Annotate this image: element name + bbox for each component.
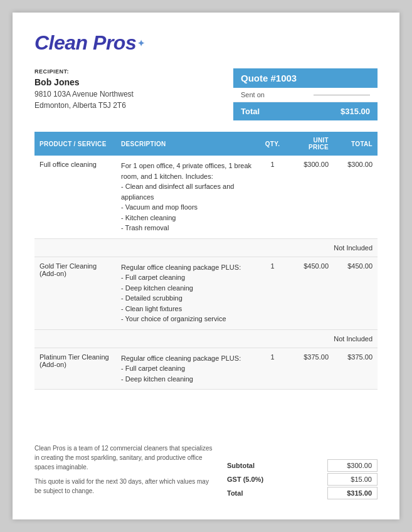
col-header-total: TOTAL bbox=[334, 132, 378, 156]
footer-note2: This quote is valid for the next 30 days… bbox=[34, 477, 216, 496]
product-unit-price: $450.00 bbox=[287, 257, 334, 329]
recipient-address-line2: Edmonton, Alberta T5J 2T6 bbox=[34, 100, 134, 111]
footer-section: Clean Pros is a team of 12 commercial cl… bbox=[34, 444, 378, 501]
recipient-block: RECIPIENT: Bob Jones 9810 103A Avenue No… bbox=[34, 68, 134, 111]
footer-note1: Clean Pros is a team of 12 commercial cl… bbox=[34, 444, 216, 472]
total-row: Total $315.00 bbox=[227, 487, 378, 499]
not-included-label-row: Not Included bbox=[34, 238, 378, 257]
invoice-page: Clean Pros✦ RECIPIENT: Bob Jones 9810 10… bbox=[13, 13, 399, 519]
header-section: RECIPIENT: Bob Jones 9810 103A Avenue No… bbox=[34, 68, 378, 120]
col-header-qty: QTY. bbox=[258, 132, 287, 156]
subtotal-label: Subtotal bbox=[227, 462, 261, 469]
subtotal-value: $300.00 bbox=[327, 459, 378, 472]
quote-total-label: Total bbox=[241, 107, 260, 116]
subtotal-row: Subtotal $300.00 bbox=[227, 459, 378, 472]
product-qty: 1 bbox=[258, 156, 287, 238]
product-description: For 1 open office, 4 private offices, 1 … bbox=[116, 156, 258, 238]
quote-sent-row: Sent on bbox=[233, 88, 378, 102]
product-name: Gold Tier Cleaning (Add-on) bbox=[34, 257, 116, 329]
logo-text: Clean Pros bbox=[34, 31, 136, 55]
gst-row: GST (5.0%) $15.00 bbox=[227, 473, 378, 486]
not-included-label-row: Not Included bbox=[34, 329, 378, 348]
logo-star-icon: ✦ bbox=[137, 38, 145, 48]
recipient-label: RECIPIENT: bbox=[34, 68, 134, 75]
col-header-unit-price: UNIT PRICE bbox=[287, 132, 334, 156]
recipient-address-line1: 9810 103A Avenue Northwest bbox=[34, 88, 134, 100]
quote-block: Quote #1003 Sent on Total $315.00 bbox=[233, 68, 378, 120]
not-included-label: Not Included bbox=[34, 329, 378, 348]
product-total: $450.00 bbox=[334, 257, 378, 329]
table-row: Gold Tier Cleaning (Add-on) Regular offi… bbox=[34, 257, 378, 329]
quote-sent-line bbox=[314, 95, 370, 95]
recipient-name: Bob Jones bbox=[34, 77, 134, 87]
table-row: Full office cleaning For 1 open office, … bbox=[34, 156, 378, 238]
col-header-description: DESCRIPTION bbox=[116, 132, 258, 156]
col-header-product: PRODUCT / SERVICE bbox=[34, 132, 116, 156]
product-total: $375.00 bbox=[334, 348, 378, 390]
total-value: $315.00 bbox=[327, 487, 378, 499]
table-header-row: PRODUCT / SERVICE DESCRIPTION QTY. UNIT … bbox=[34, 132, 378, 156]
product-name: Platinum Tier Cleaning (Add-on) bbox=[34, 348, 116, 390]
table-row: Platinum Tier Cleaning (Add-on) Regular … bbox=[34, 348, 378, 390]
totals-block: Subtotal $300.00 GST (5.0%) $15.00 Total… bbox=[227, 459, 378, 501]
logo: Clean Pros✦ bbox=[34, 31, 378, 55]
product-total: $300.00 bbox=[334, 156, 378, 238]
gst-value: $15.00 bbox=[327, 473, 378, 486]
total-label: Total bbox=[227, 489, 249, 497]
product-description: Regular office cleaning package PLUS:- F… bbox=[116, 257, 258, 329]
quote-total-value: $315.00 bbox=[341, 107, 370, 116]
gst-label: GST (5.0%) bbox=[227, 476, 270, 483]
not-included-label: Not Included bbox=[34, 238, 378, 257]
product-unit-price: $375.00 bbox=[287, 348, 334, 390]
product-qty: 1 bbox=[258, 257, 287, 329]
items-table: PRODUCT / SERVICE DESCRIPTION QTY. UNIT … bbox=[34, 132, 378, 390]
product-name: Full office cleaning bbox=[34, 156, 116, 238]
product-qty: 1 bbox=[258, 348, 287, 390]
footer-notes: Clean Pros is a team of 12 commercial cl… bbox=[34, 444, 216, 501]
quote-title: Quote #1003 bbox=[233, 68, 378, 88]
quote-total-row: Total $315.00 bbox=[233, 102, 378, 120]
product-unit-price: $300.00 bbox=[287, 156, 334, 238]
product-description: Regular office cleaning package PLUS:- F… bbox=[116, 348, 258, 390]
logo-area: Clean Pros✦ bbox=[34, 31, 378, 55]
quote-sent-label: Sent on bbox=[241, 91, 265, 98]
